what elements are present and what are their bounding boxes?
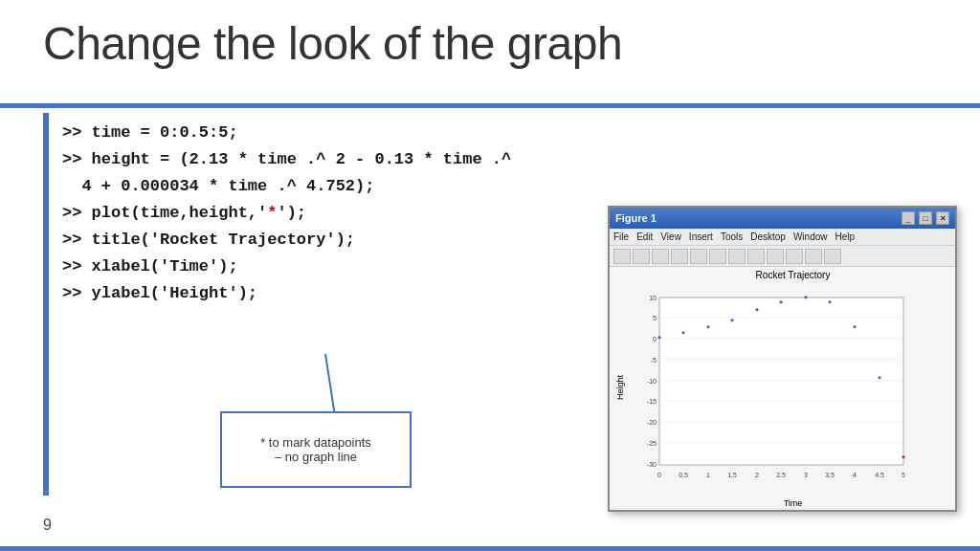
code-block: >> time = 0:0.5:5; >> height = (2.13 * t…	[62, 120, 511, 307]
code-line-7: >> ylabel('Height');	[62, 280, 511, 307]
x-axis-label: Time	[631, 498, 955, 508]
matlab-figure-title: Figure 1	[615, 212, 898, 224]
toolbar-btn-7[interactable]	[728, 249, 746, 264]
toolbar-btn-3[interactable]	[652, 249, 669, 264]
svg-text:0.5: 0.5	[679, 472, 688, 478]
svg-text:*: *	[755, 306, 759, 316]
menu-desktop[interactable]: Desktop	[750, 231, 786, 242]
svg-text:2: 2	[755, 472, 759, 478]
slide-title: Change the look of the graph	[43, 17, 622, 70]
page-number: 9	[43, 517, 52, 534]
svg-text:0: 0	[657, 472, 661, 478]
toolbar-btn-12[interactable]	[824, 249, 841, 264]
code-line-4: >> plot(time,height,'*');	[62, 200, 511, 227]
svg-text:*: *	[878, 374, 881, 384]
left-accent-bar	[43, 113, 49, 496]
svg-text:*: *	[681, 329, 685, 339]
svg-text:*: *	[730, 317, 734, 326]
svg-text:-30: -30	[647, 461, 657, 468]
slide-container: Change the look of the graph >> time = 0…	[0, 0, 980, 551]
close-button[interactable]: ✕	[936, 211, 949, 225]
bottom-accent-bar	[0, 546, 980, 551]
svg-text:4: 4	[853, 472, 857, 478]
code-line-2: >> height = (2.13 * time .^ 2 - 0.13 * t…	[62, 146, 511, 173]
svg-text:-20: -20	[647, 419, 657, 426]
svg-text:*: *	[828, 298, 832, 308]
menu-insert[interactable]: Insert	[689, 231, 713, 242]
svg-text:*: *	[706, 323, 710, 333]
callout-text: * to mark datapoints – no graph line	[260, 435, 371, 464]
svg-text:*: *	[657, 334, 661, 343]
menu-window[interactable]: Window	[793, 231, 828, 242]
svg-text:-5: -5	[651, 357, 657, 364]
matlab-menubar: File Edit View Insert Tools Desktop Wind…	[610, 229, 955, 246]
toolbar-btn-6[interactable]	[709, 249, 726, 264]
toolbar-btn-2[interactable]	[633, 249, 650, 264]
toolbar-btn-9[interactable]	[767, 249, 784, 264]
svg-line-0	[325, 354, 335, 416]
svg-text:5: 5	[653, 315, 657, 321]
matlab-plot-area: Height Rocket Trajectory	[610, 267, 955, 508]
svg-text:*: *	[853, 323, 857, 333]
svg-text:*: *	[779, 298, 783, 308]
svg-text:-10: -10	[647, 378, 657, 385]
svg-text:10: 10	[649, 295, 657, 301]
menu-edit[interactable]: Edit	[636, 231, 653, 242]
svg-text:0: 0	[653, 336, 657, 342]
svg-text:3.5: 3.5	[825, 472, 835, 478]
minimize-button[interactable]: _	[902, 211, 915, 225]
menu-tools[interactable]: Tools	[721, 231, 743, 242]
svg-text:1.5: 1.5	[727, 472, 737, 478]
toolbar-btn-10[interactable]	[786, 249, 803, 264]
matlab-toolbar	[610, 246, 955, 267]
svg-text:3: 3	[804, 472, 808, 478]
y-axis-label: Height	[615, 375, 625, 400]
callout-box: * to mark datapoints – no graph line	[220, 411, 412, 488]
toolbar-btn-1[interactable]	[613, 249, 631, 264]
plot-title: Rocket Trajectory	[631, 270, 955, 280]
toolbar-btn-11[interactable]	[805, 249, 822, 264]
matlab-figure-window: Figure 1 _ □ ✕ File Edit View Insert Too…	[608, 206, 957, 512]
toolbar-btn-4[interactable]	[671, 249, 688, 264]
top-accent-bar	[0, 103, 980, 108]
svg-text:2.5: 2.5	[776, 472, 786, 478]
svg-text:1: 1	[706, 472, 710, 478]
svg-text:5: 5	[902, 472, 905, 478]
code-line-5: >> title('Rocket Trajectory');	[62, 227, 511, 253]
toolbar-btn-5[interactable]	[690, 249, 707, 264]
plot-inner: Rocket Trajectory	[631, 267, 955, 508]
code-line-3: 4 + 0.000034 * time .^ 4.752);	[62, 173, 511, 200]
restore-button[interactable]: □	[919, 211, 932, 225]
code-line-6: >> xlabel('Time');	[62, 253, 511, 280]
menu-file[interactable]: File	[613, 231, 629, 242]
code-line-1: >> time = 0:0.5:5;	[62, 120, 511, 146]
svg-text:-15: -15	[647, 398, 657, 405]
menu-help[interactable]: Help	[835, 231, 856, 242]
svg-rect-1	[659, 298, 903, 465]
matlab-titlebar: Figure 1 _ □ ✕	[610, 208, 955, 229]
svg-text:*: *	[902, 453, 905, 463]
plot-svg: 10 5 0 -5 -10 -15 -20 -25 -30 0 0.5 1 1.…	[631, 280, 918, 496]
y-axis-label-container: Height	[610, 267, 631, 508]
menu-view[interactable]: View	[660, 231, 681, 242]
svg-text:-25: -25	[647, 440, 657, 447]
svg-text:*: *	[804, 294, 808, 303]
svg-text:4.5: 4.5	[875, 472, 884, 478]
toolbar-btn-8[interactable]	[747, 249, 765, 264]
